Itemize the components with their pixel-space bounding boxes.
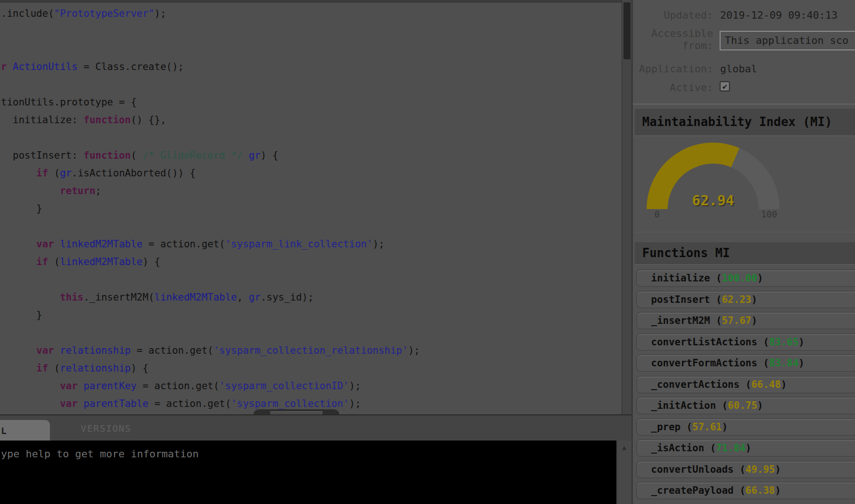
code-token-identifier: gr: [60, 168, 71, 179]
function-mi-row-_isAction[interactable]: _isAction (71.84): [636, 439, 855, 457]
mi-gauge-max-label: 100: [755, 209, 783, 219]
function-name-close: ): [757, 400, 764, 411]
code-token-plain: () {},: [131, 114, 166, 126]
mi-gauge-value: 62.94: [676, 192, 750, 209]
code-line: if (linkedM2MTable) {: [1, 253, 160, 271]
accessible-from-select[interactable]: This application sco: [720, 31, 855, 50]
code-token-plain: );: [154, 8, 166, 19]
code-token-plain: initialize:: [1, 114, 84, 126]
function-name-close: ): [775, 464, 781, 475]
function-name: _prep (: [651, 421, 693, 433]
code-token-plain: [77, 398, 84, 409]
code-line: if (relationship) {: [1, 359, 148, 377]
code-line: var linkedM2MTable = action.get('sysparm…: [1, 235, 385, 253]
code-token-plain: [54, 345, 60, 356]
code-token-plain: .isActionAborted()) {: [72, 168, 196, 179]
function-mi-row-_convertActions[interactable]: _convertActions (66.48): [636, 376, 855, 393]
code-line: var relationship = action.get('sysparm_c…: [1, 342, 420, 359]
function-mi-value: 83.65: [769, 336, 799, 348]
code-token-plain: = action.get(: [142, 238, 225, 250]
code-line: }: [1, 306, 42, 324]
code-token-plain: [77, 380, 84, 392]
function-mi-value: 57.67: [722, 315, 751, 326]
gauge-card-divider: [635, 232, 855, 232]
application-label: Application:: [633, 63, 713, 75]
code-token-keyword: if: [36, 256, 48, 267]
function-name: _convertActions (: [651, 379, 751, 390]
mi-gauge-min-label: 0: [648, 209, 666, 219]
code-token-keyword: function: [84, 150, 131, 161]
code-token-identifier: relationship: [60, 345, 131, 356]
function-mi-row-convertFormActions[interactable]: convertFormActions (83.84): [636, 354, 855, 372]
function-name: postInsert (: [651, 294, 722, 305]
code-token-identifier: linkedM2MTable: [154, 292, 237, 303]
tab-original[interactable]: L: [0, 420, 50, 441]
function-name: convertFormActions (: [651, 357, 769, 369]
code-token-keyword: if: [36, 168, 48, 179]
code-line: tionUtils.prototype = {: [1, 93, 137, 111]
code-token-identifier: linkedM2MTable: [60, 238, 142, 250]
function-name-close: ): [751, 315, 757, 326]
function-mi-value: 60.75: [728, 400, 757, 411]
grip-line-icon: [270, 413, 322, 413]
code-token-keyword: function: [84, 114, 131, 126]
function-name-close: ): [751, 294, 757, 305]
code-token-plain: }: [1, 309, 42, 321]
code-token-keyword: this: [60, 292, 84, 303]
form-divider: [633, 104, 855, 105]
function-mi-row-_prep[interactable]: _prep (57.61): [636, 418, 855, 436]
code-token-plain: }: [1, 203, 42, 214]
scroll-up-icon[interactable]: ▲: [617, 443, 631, 452]
active-checkbox[interactable]: ✔: [720, 81, 730, 91]
code-token-plain: .sys_id);: [260, 292, 314, 303]
code-token-plain: ._insertM2M(: [84, 292, 154, 303]
code-token-plain: = action.get(: [137, 380, 219, 392]
function-mi-row-_createPayload[interactable]: _createPayload (66.38): [636, 482, 855, 499]
function-mi-row-postInsert[interactable]: postInsert (62.23): [636, 291, 855, 308]
editor-vertical-scrollbar[interactable]: [622, 0, 631, 414]
function-name: _insertM2M (: [651, 315, 722, 326]
mi-section-header: Maintainability Index (MI): [635, 109, 855, 136]
function-mi-value: 62.23: [722, 294, 751, 305]
function-mi-value: 83.84: [769, 357, 799, 369]
function-name-close: ): [757, 273, 764, 284]
code-token-plain: = action.get(: [148, 398, 231, 409]
code-token-plain: ) {: [142, 256, 160, 267]
code-token-plain: = action.get(: [131, 345, 213, 356]
code-token-string: "PrototypeServer": [54, 8, 154, 19]
function-name-close: ): [781, 379, 787, 390]
application-value: global: [720, 63, 757, 75]
code-line: var parentKey = action.get('sysparm_coll…: [1, 377, 361, 395]
code-token-plain: ,: [237, 292, 249, 303]
terminal[interactable]: ype help to get more information: [0, 441, 616, 504]
editor-scrollbar-thumb[interactable]: [624, 2, 631, 59]
code-token-plain: [1, 398, 60, 409]
code-token-identifier: ActionUtils: [13, 61, 77, 72]
active-label: Active:: [633, 82, 713, 94]
function-name-close: ): [745, 442, 751, 454]
terminal-scrollbar[interactable]: ▲: [616, 441, 631, 504]
function-mi-row-initialize[interactable]: initialize (100.00): [636, 269, 855, 287]
code-token-plain: );: [349, 380, 361, 392]
function-mi-row-convertUnloads[interactable]: convertUnloads (49.95): [636, 461, 855, 478]
code-token-identifier: linkedM2MTable: [60, 256, 142, 267]
code-token-plain: );: [373, 238, 385, 250]
function-name-close: ): [775, 485, 781, 496]
function-mi-row-_insertM2M[interactable]: _insertM2M (57.67): [636, 312, 855, 329]
code-token-plain: [1, 256, 36, 267]
function-name: initialize (: [651, 273, 722, 284]
accessible-from-label-line2: from:: [633, 40, 713, 52]
code-token-plain: [1, 292, 60, 303]
code-line: initialize: function() {},: [1, 111, 166, 129]
function-mi-row-_initAction[interactable]: _initAction (60.75): [636, 397, 855, 414]
code-token-string: 'sysparm_collectionID': [219, 380, 349, 392]
code-token-plain: ;: [95, 185, 101, 196]
code-line: .include("PrototypeServer");: [1, 5, 166, 22]
code-editor[interactable]: .include("PrototypeServer");r ActionUtil…: [0, 3, 622, 414]
function-mi-row-convertListActions[interactable]: convertListActions (83.65): [636, 333, 855, 351]
code-token-string: 'sysparm_link_collection': [225, 238, 372, 250]
terminal-output-line: ype help to get more information: [1, 448, 199, 460]
code-line: if (gr.isActionAborted()) {: [1, 164, 196, 182]
code-token-plain: (: [131, 150, 142, 161]
tab-versions[interactable]: VERSIONS: [81, 415, 131, 441]
